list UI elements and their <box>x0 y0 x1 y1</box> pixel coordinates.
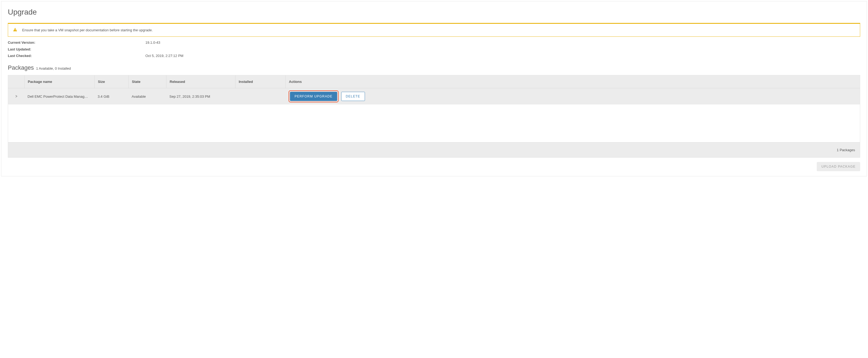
table-empty-area <box>8 105 860 142</box>
delete-button[interactable]: DELETE <box>341 92 365 101</box>
last-updated-label: Last Updated: <box>8 46 145 53</box>
version-info: Current Version: 19.1.0-43 Last Updated:… <box>8 39 860 59</box>
warning-banner: Ensure that you take a VM snapshot per d… <box>8 23 860 37</box>
warning-icon <box>13 28 17 33</box>
chevron-right-icon <box>15 94 18 98</box>
table-header-row: Package name Size State Released Install… <box>8 75 860 88</box>
current-version-label: Current Version: <box>8 39 145 46</box>
col-package-name-header[interactable]: Package name <box>24 75 94 88</box>
cell-size: 3.4 GiB <box>94 92 128 101</box>
cell-package-name: Dell EMC PowerProtect Data Manag… <box>24 92 94 101</box>
packages-table: Package name Size State Released Install… <box>8 75 860 158</box>
upgrade-page: Upgrade Ensure that you take a VM snapsh… <box>1 1 867 176</box>
col-size-header[interactable]: Size <box>94 75 128 88</box>
packages-heading: Packages 1 Available, 0 Installed <box>8 64 860 71</box>
cell-installed <box>235 94 285 99</box>
current-version-value: 19.1.0-43 <box>145 39 160 46</box>
page-title: Upgrade <box>8 8 860 17</box>
packages-title: Packages <box>8 64 34 71</box>
cell-actions: PERFORM UPGRADE DELETE <box>285 88 860 105</box>
perform-upgrade-button[interactable]: PERFORM UPGRADE <box>290 92 337 101</box>
warning-text: Ensure that you take a VM snapshot per d… <box>22 28 153 32</box>
cell-state: Available <box>128 92 166 101</box>
last-checked-label: Last Checked: <box>8 53 145 59</box>
col-expand-header <box>8 75 24 88</box>
expand-row-button[interactable] <box>8 88 24 105</box>
upload-package-button[interactable]: UPLOAD PACKAGE <box>817 162 860 171</box>
table-row: Dell EMC PowerProtect Data Manag… 3.4 Gi… <box>8 88 860 105</box>
last-checked-value: Oct 5, 2019, 2:27:12 PM <box>145 53 183 59</box>
col-installed-header[interactable]: Installed <box>235 75 285 88</box>
col-actions-header: Actions <box>285 75 860 88</box>
svg-rect-1 <box>15 30 16 31</box>
page-footer: UPLOAD PACKAGE <box>8 162 860 171</box>
packages-subtitle: 1 Available, 0 Installed <box>36 66 71 71</box>
cell-released: Sep 27, 2019, 2:35:03 PM <box>166 92 235 101</box>
col-released-header[interactable]: Released <box>166 75 235 88</box>
perform-upgrade-highlight: PERFORM UPGRADE <box>289 90 339 102</box>
col-state-header[interactable]: State <box>128 75 166 88</box>
table-footer: 1 Packages <box>8 142 860 157</box>
svg-rect-0 <box>15 29 16 30</box>
